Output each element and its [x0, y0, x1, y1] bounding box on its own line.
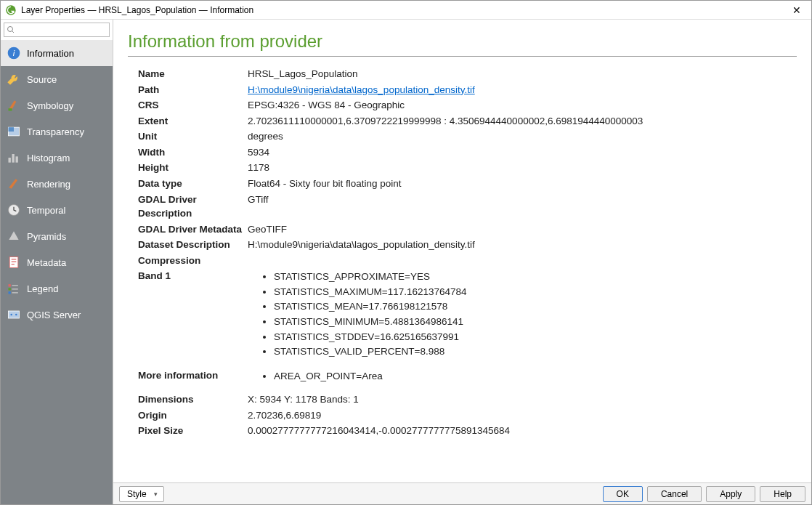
row-origin: Origin 2.70236,6.69819 [128, 408, 797, 423]
label-compression: Compression [128, 254, 248, 268]
style-dropdown[interactable]: Style ▾ [119, 486, 164, 502]
sidebar-item-label: Histogram [27, 153, 70, 163]
label-gdal-meta: GDAL Driver Metadata [128, 222, 248, 237]
help-button[interactable]: Help [760, 486, 805, 502]
apply-button[interactable]: Apply [706, 486, 755, 502]
row-gdal-desc: GDAL Driver Description GTiff [128, 193, 797, 221]
value-crs: EPSG:4326 - WGS 84 - Geographic [248, 98, 797, 113]
label-datatype: Data type [128, 177, 248, 191]
chevron-down-icon: ▾ [154, 490, 158, 498]
style-dropdown-label: Style [127, 489, 147, 499]
sidebar-item-histogram[interactable]: Histogram [1, 145, 113, 171]
sidebar-item-temporal[interactable]: Temporal [1, 197, 113, 223]
metadata-icon [7, 255, 21, 270]
row-more-info: More information AREA_OR_POINT=Area [128, 368, 797, 384]
value-gdal-desc: GTiff [248, 193, 797, 207]
list-item: STATISTICS_MINIMUM=5.4881364986141 [274, 315, 797, 329]
svg-text:i: i [13, 48, 15, 57]
close-button[interactable]: ✕ [787, 4, 807, 16]
band1-list: STATISTICS_APPROXIMATE=YES STATISTICS_MA… [248, 270, 797, 358]
value-dataset-desc: H:\module9\nigeria\data\lagos_population… [248, 238, 797, 252]
ok-button[interactable]: OK [603, 486, 643, 502]
sidebar-item-label: Temporal [27, 205, 65, 216]
qgis-icon [5, 4, 17, 16]
path-link[interactable]: H:\module9\nigeria\data\lagos_population… [248, 84, 475, 95]
section-title: Information from provider [128, 31, 797, 52]
wrench-icon [7, 72, 21, 86]
row-height: Height 1178 [128, 161, 797, 175]
row-extent: Extent 2.7023611110000001,6.370972221999… [128, 114, 797, 129]
layer-properties-dialog: Layer Properties — HRSL_Lagos_Population… [0, 0, 812, 505]
svg-rect-9 [9, 257, 18, 268]
bottom-bar: Style ▾ OK Cancel Apply Help [113, 482, 811, 504]
value-extent: 2.7023611110000001,6.3709722219999998 : … [248, 114, 797, 129]
list-item: STATISTICS_STDDEV=16.625165637991 [274, 330, 797, 344]
row-pixel-size: Pixel Size 0.0002777777777216043414,-0.0… [128, 424, 797, 438]
sidebar-nav: i Information Source Symbology [1, 40, 113, 504]
svg-rect-5 [9, 158, 11, 163]
row-name: Name HRSL_Lagos_Population [128, 67, 797, 81]
label-path: Path [128, 83, 248, 97]
list-item: STATISTICS_APPROXIMATE=YES [274, 270, 797, 284]
label-origin: Origin [128, 408, 248, 423]
row-gdal-meta: GDAL Driver Metadata GeoTIFF [128, 222, 797, 237]
content: Information from provider Name HRSL_Lago… [113, 20, 811, 504]
sidebar-item-label: Source [27, 74, 57, 85]
sidebar-item-qgis-server[interactable]: QGIS Server [1, 302, 113, 328]
row-compression: Compression [128, 254, 797, 268]
label-pixel-size: Pixel Size [128, 424, 248, 438]
value-gdal-meta: GeoTIFF [248, 222, 797, 237]
label-width: Width [128, 145, 248, 160]
brush-icon [7, 98, 21, 113]
sidebar-item-transparency[interactable]: Transparency [1, 118, 113, 145]
list-item: STATISTICS_MEAN=17.766198121578 [274, 299, 797, 314]
sidebar-item-label: Metadata [27, 257, 66, 268]
server-icon [7, 307, 21, 322]
svg-rect-6 [12, 154, 15, 163]
label-more-info: More information [128, 368, 248, 383]
cancel-button[interactable]: Cancel [647, 486, 702, 502]
dialog-body: i Information Source Symbology [1, 20, 811, 504]
value-dimensions: X: 5934 Y: 1178 Bands: 1 [248, 392, 797, 407]
label-extent: Extent [128, 114, 248, 129]
sidebar: i Information Source Symbology [1, 20, 113, 504]
section-divider [128, 56, 797, 57]
transparency-icon [7, 124, 21, 139]
sidebar-item-information[interactable]: i Information [1, 40, 113, 66]
rendering-icon [7, 177, 21, 191]
label-gdal-desc: GDAL Driver Description [128, 193, 248, 221]
value-band1: STATISTICS_APPROXIMATE=YES STATISTICS_MA… [248, 269, 797, 359]
sidebar-item-symbology[interactable]: Symbology [1, 92, 113, 118]
value-datatype: Float64 - Sixty four bit floating point [248, 177, 797, 191]
pyramids-icon [7, 229, 21, 243]
value-name: HRSL_Lagos_Population [248, 67, 797, 81]
search-wrap [1, 20, 113, 40]
sidebar-item-label: QGIS Server [27, 310, 81, 320]
label-height: Height [128, 161, 248, 175]
sidebar-item-source[interactable]: Source [1, 66, 113, 92]
sidebar-item-label: Transparency [27, 126, 84, 137]
sidebar-item-rendering[interactable]: Rendering [1, 171, 113, 197]
row-width: Width 5934 [128, 145, 797, 160]
sidebar-item-legend[interactable]: Legend [1, 275, 113, 302]
row-dimensions: Dimensions X: 5934 Y: 1178 Bands: 1 [128, 392, 797, 407]
value-origin: 2.70236,6.69819 [248, 408, 797, 423]
row-crs: CRS EPSG:4326 - WGS 84 - Geographic [128, 98, 797, 113]
titlebar: Layer Properties — HRSL_Lagos_Population… [1, 1, 811, 20]
sidebar-item-label: Symbology [27, 100, 73, 111]
row-unit: Unit degrees [128, 129, 797, 144]
sidebar-item-label: Legend [27, 283, 58, 294]
svg-rect-7 [16, 156, 18, 162]
clock-icon [7, 203, 21, 217]
svg-point-14 [10, 314, 12, 316]
info-table: Name HRSL_Lagos_Population Path H:\modul… [128, 67, 797, 438]
info-icon: i [7, 46, 21, 60]
more-info-list: AREA_OR_POINT=Area [248, 369, 797, 384]
sidebar-item-metadata[interactable]: Metadata [1, 249, 113, 275]
sidebar-item-pyramids[interactable]: Pyramids [1, 223, 113, 249]
legend-icon [7, 281, 21, 296]
list-item: STATISTICS_VALID_PERCENT=8.988 [274, 344, 797, 359]
search-input[interactable] [4, 23, 110, 37]
label-dataset-desc: Dataset Description [128, 238, 248, 252]
histogram-icon [7, 150, 21, 165]
